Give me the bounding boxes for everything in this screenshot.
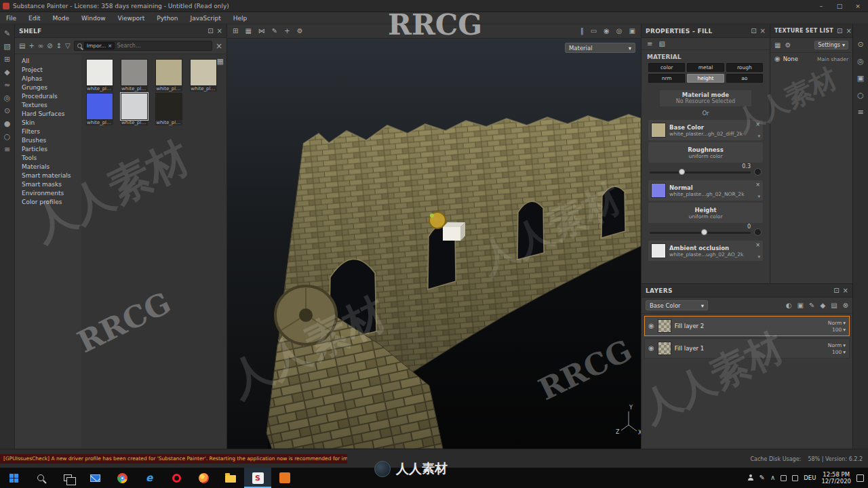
- environment-icon[interactable]: ○: [857, 92, 864, 99]
- substance-alchemist-button[interactable]: [271, 468, 298, 488]
- display-grid-icon[interactable]: ▦: [217, 58, 224, 65]
- hide-resources-icon[interactable]: ⊘: [47, 43, 52, 49]
- texture-set-item[interactable]: ◉ None Main shader: [770, 53, 852, 65]
- camera-settings-icon[interactable]: ▣: [857, 75, 864, 82]
- dock-icon[interactable]: ⊡: [751, 28, 756, 35]
- menu-mode[interactable]: Mode: [47, 12, 76, 24]
- close-panel-icon[interactable]: ×: [843, 287, 848, 294]
- polygon-fill-tool-icon[interactable]: ◆: [4, 68, 9, 76]
- shelf-resource[interactable]: white_plaste...: [86, 59, 116, 92]
- texture-set-gear-icon[interactable]: ⚙: [785, 42, 791, 49]
- import-resources-icon[interactable]: ▤: [19, 43, 25, 49]
- roughness-slider[interactable]: [650, 171, 751, 174]
- attributes-tab-icon[interactable]: ≡: [647, 41, 652, 47]
- network-icon[interactable]: [781, 475, 787, 481]
- menu-window[interactable]: Window: [75, 12, 112, 24]
- link-icon[interactable]: ∞: [38, 43, 43, 49]
- firefox-app-button[interactable]: [190, 468, 217, 488]
- perspective-icon[interactable]: ⊞: [233, 28, 238, 35]
- shelf-category[interactable]: Tools: [15, 154, 81, 163]
- close-panel-icon[interactable]: ×: [846, 28, 851, 35]
- shelf-category[interactable]: Brushes: [15, 136, 81, 145]
- shelf-resource[interactable]: white_plaste...: [155, 93, 185, 125]
- layer-visibility-icon[interactable]: ◉: [648, 345, 654, 352]
- shelf-category[interactable]: Particles: [15, 145, 81, 154]
- clear-resource-icon[interactable]: ×: [755, 242, 760, 248]
- channel-color-button[interactable]: color: [648, 63, 685, 72]
- camera-icon[interactable]: ◎: [616, 28, 623, 35]
- material-mode-box[interactable]: Material mode No Resource Selected: [659, 89, 752, 107]
- shelf-resource[interactable]: white_plaste...: [86, 93, 116, 125]
- add-texture-set-icon[interactable]: +: [284, 28, 290, 35]
- close-panel-icon[interactable]: ×: [760, 28, 766, 35]
- shelf-category[interactable]: All: [15, 57, 81, 66]
- shelf-category[interactable]: Textures: [15, 101, 81, 110]
- add-mask-icon[interactable]: ◐: [786, 302, 792, 309]
- projection-tool-icon[interactable]: ⊞: [4, 56, 10, 63]
- opacity-dropdown[interactable]: 100 ▾: [832, 327, 846, 333]
- close-button[interactable]: ×: [850, 1, 865, 11]
- shelf-category[interactable]: Smart materials: [15, 171, 81, 180]
- language-indicator[interactable]: DEU: [804, 474, 816, 481]
- roughness-texture-icon[interactable]: [754, 168, 762, 176]
- shelf-category[interactable]: Skin: [15, 119, 81, 127]
- clear-resource-icon[interactable]: ×: [755, 182, 760, 188]
- chat-icon[interactable]: ▭: [591, 28, 597, 35]
- history-icon[interactable]: ≡: [857, 108, 863, 116]
- shelf-category[interactable]: Project: [15, 66, 81, 75]
- material-tab-icon[interactable]: ▧: [658, 41, 665, 47]
- taskbar-search-button[interactable]: [27, 468, 54, 488]
- dock-icon[interactable]: ⊡: [833, 287, 839, 294]
- shelf-category[interactable]: Filters: [15, 127, 81, 136]
- search-filter-tag[interactable]: Impor... ×: [84, 42, 115, 49]
- stencil-icon[interactable]: ✎: [272, 28, 277, 35]
- clear-search-icon[interactable]: ×: [216, 42, 222, 50]
- shelf-search[interactable]: Impor... ×: [74, 41, 212, 51]
- add-resource-icon[interactable]: +: [28, 43, 34, 49]
- shelf-resource[interactable]: white_plaste...: [190, 59, 220, 92]
- height-slider-knob[interactable]: [701, 229, 707, 235]
- symmetry-icon[interactable]: ⋈: [258, 28, 265, 35]
- gizmo-cube[interactable]: [443, 222, 465, 241]
- clear-resource-icon[interactable]: ×: [755, 121, 760, 127]
- height-texture-icon[interactable]: [754, 228, 762, 236]
- ambient-occlusion-slot[interactable]: Ambient occlusion white_plaste...ugh_02_…: [648, 241, 763, 261]
- shelf-category[interactable]: Alphas: [15, 75, 81, 83]
- material-mode-dropdown[interactable]: Material ▾: [565, 43, 635, 53]
- shelf-category[interactable]: Smart masks: [15, 180, 81, 189]
- taskbar-clock[interactable]: 12:58 PM 12/7/2020: [821, 471, 851, 485]
- roughness-slider-knob[interactable]: [679, 169, 685, 175]
- close-panel-icon[interactable]: ×: [217, 28, 222, 35]
- menu-edit[interactable]: Edit: [22, 12, 46, 24]
- quick-mask-icon[interactable]: ●: [4, 120, 11, 127]
- channel-nrm-button[interactable]: nrm: [648, 74, 685, 83]
- texture-set-visibility-icon[interactable]: ◉: [774, 56, 781, 62]
- delete-layer-icon[interactable]: ⊗: [843, 302, 848, 309]
- menu-help[interactable]: Help: [227, 12, 254, 24]
- remove-tag-icon[interactable]: ×: [108, 43, 112, 49]
- settings-button[interactable]: Settings ▾: [814, 41, 848, 49]
- mail-app-button[interactable]: [81, 468, 108, 488]
- normal-slot[interactable]: Normal white_plaste...gh_02_NOR_2k × ▾: [648, 180, 763, 201]
- base-color-slot[interactable]: Base Color white_plaster...gh_02_diff_2k…: [648, 120, 763, 140]
- paint-tool-icon[interactable]: ✎: [4, 30, 10, 37]
- channel-ao-button[interactable]: ao: [726, 74, 763, 83]
- edge-app-button[interactable]: e: [136, 468, 163, 488]
- clone-tool-icon[interactable]: ◎: [4, 94, 11, 102]
- shelf-category[interactable]: Color profiles: [15, 198, 81, 207]
- screenshot-icon[interactable]: ▣: [629, 28, 635, 35]
- shelf-category[interactable]: Hard Surfaces: [15, 110, 81, 119]
- notifications-icon[interactable]: [856, 474, 864, 482]
- layer-row[interactable]: ◉ Fill layer 2 Norm ▾ 100 ▾: [644, 316, 850, 336]
- eraser-tool-icon[interactable]: ▧: [3, 43, 10, 50]
- shelf-resource[interactable]: white_plaste...: [121, 93, 151, 125]
- pen-icon[interactable]: ✎: [760, 474, 765, 481]
- chrome-app-button[interactable]: [108, 468, 136, 488]
- shelf-category[interactable]: Materials: [15, 163, 81, 171]
- chevron-up-icon[interactable]: ∧: [770, 474, 775, 481]
- people-icon[interactable]: [747, 474, 754, 481]
- chevron-down-icon[interactable]: ▾: [757, 194, 760, 199]
- viewport-settings-icon[interactable]: ⚙: [297, 28, 303, 35]
- material-picker-icon[interactable]: ⊙: [4, 107, 10, 115]
- add-fill-layer-icon[interactable]: ◆: [820, 302, 825, 309]
